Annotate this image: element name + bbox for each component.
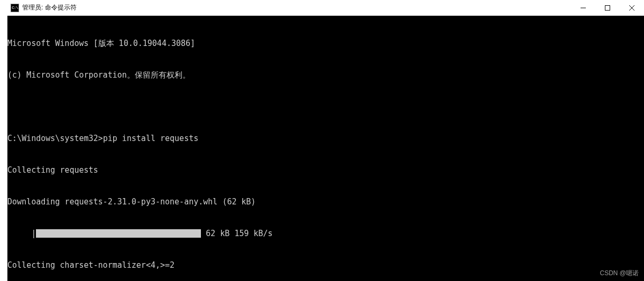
window-title: 管理员: 命令提示符: [22, 3, 571, 12]
progress-bar-icon: [36, 229, 201, 238]
window-controls: [571, 0, 644, 15]
editor-gutter: [0, 0, 7, 281]
prompt-line: C:\Windows\system32>pip install requests: [7, 133, 642, 144]
cmd-window: C:\ 管理员: 命令提示符 Microsoft Windows [版本 10.…: [7, 0, 644, 281]
downloading-line: Downloading requests-2.31.0-py3-none-any…: [7, 196, 642, 207]
minimize-button[interactable]: [571, 0, 595, 15]
close-button[interactable]: [620, 0, 644, 15]
watermark: CSDN @嗯诺: [600, 269, 639, 278]
titlebar[interactable]: C:\ 管理员: 命令提示符: [7, 0, 644, 16]
copyright: (c) Microsoft Corporation。保留所有权利。: [7, 70, 642, 80]
progress-row: | 62 kB 159 kB/s: [7, 228, 642, 239]
collecting-line: Collecting charset-normalizer<4,>=2: [7, 260, 642, 270]
terminal-output[interactable]: Microsoft Windows [版本 10.0.19044.3086] (…: [7, 16, 644, 281]
os-header: Microsoft Windows [版本 10.0.19044.3086]: [7, 38, 642, 49]
cmd-icon: C:\: [11, 4, 19, 12]
svg-rect-1: [605, 5, 610, 10]
maximize-button[interactable]: [595, 0, 620, 15]
collecting-line: Collecting requests: [7, 165, 642, 175]
